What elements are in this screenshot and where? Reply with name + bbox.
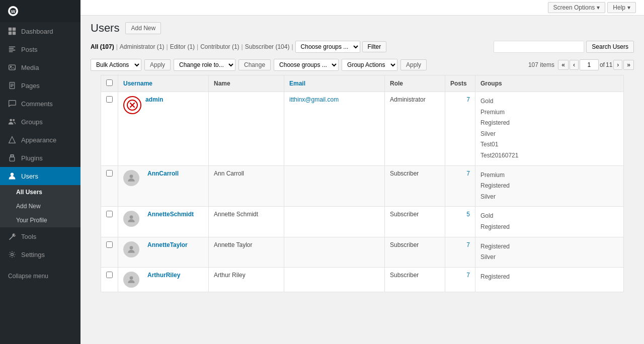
users-submenu: All Users Add New Your Profile [0,185,80,227]
username-link[interactable]: AnnCarroll [147,170,179,177]
svg-rect-5 [13,32,16,35]
page-of-label: of [600,61,605,68]
username-header[interactable]: Username [118,75,209,92]
filter-button[interactable]: Filter [362,41,387,52]
sidebar-item-plugins[interactable]: Plugins [0,149,80,167]
user-posts[interactable]: 7 [445,92,475,166]
user-posts[interactable]: 5 [445,207,475,237]
user-avatar [123,272,139,288]
sidebar-item-tools[interactable]: Tools [0,227,80,245]
plugins-icon [8,154,16,162]
user-name: Annette Schmidt [209,207,284,237]
page-number-input[interactable] [580,59,599,70]
posts-icon [8,45,16,53]
user-name: Arthur Riley [209,267,284,292]
sidebar-item-dashboard[interactable]: Dashboard [0,22,80,40]
user-posts[interactable]: 7 [445,237,475,267]
row-checkbox[interactable] [106,272,113,278]
user-groups: Registered [475,267,624,292]
settings-icon [8,250,16,259]
filter-editor[interactable]: Editor (1) [170,43,195,50]
group-tag: Silver [480,192,618,203]
change-role-button[interactable]: Change [238,59,271,70]
username-link[interactable]: admin [145,96,163,103]
svg-rect-3 [13,28,16,31]
post-count-link[interactable]: 7 [466,241,470,248]
sidebar-item-appearance[interactable]: Appearance [0,131,80,149]
group-apply-button[interactable]: Apply [400,59,427,70]
group-actions-select[interactable]: Group Actions [342,59,397,71]
svg-rect-15 [11,87,13,87]
post-count-link[interactable]: 7 [466,272,470,279]
row-checkbox[interactable] [106,241,113,248]
sidebar-item-label: Plugins [21,154,43,162]
main-content: Screen Options ▾ Help ▾ Users Add New Al… [80,0,644,344]
search-users-input[interactable] [494,41,584,53]
choose-groups-filter[interactable]: Choose groups ... [295,41,360,53]
svg-rect-7 [9,48,14,49]
group-tag: Registered [480,272,618,283]
submenu-add-new[interactable]: Add New [0,199,80,213]
search-users-button[interactable]: Search Users [586,41,634,53]
email-header[interactable]: Email [284,75,385,92]
email-link[interactable]: itthinx@gmail.com [289,96,339,103]
svg-rect-14 [11,85,14,85]
sidebar-item-groups[interactable]: Groups [0,113,80,131]
user-name: Annette Taylor [209,237,284,267]
change-role-select[interactable]: Change role to... [174,59,235,71]
submenu-all-users[interactable]: All Users [0,185,80,199]
filter-subscriber[interactable]: Subscriber (104) [245,43,290,50]
screen-options-label: Screen Options [553,4,595,11]
post-count-link[interactable]: 5 [466,211,470,218]
bulk-apply-button[interactable]: Apply [144,59,171,70]
post-count-link[interactable]: 7 [466,170,470,177]
select-all-header [101,75,118,92]
row-checkbox[interactable] [106,96,113,103]
group-tag: Registered [480,222,618,233]
bulk-actions-select[interactable]: Bulk Actions [91,59,141,71]
items-count: 107 items [528,61,554,68]
page-total: 11 [606,61,612,68]
svg-rect-18 [11,155,14,157]
svg-point-16 [10,119,12,121]
username-link[interactable]: ArthurRiley [147,272,180,279]
first-page-btn[interactable]: « [558,60,569,70]
help-btn[interactable]: Help ▾ [607,2,636,13]
prev-page-btn[interactable]: ‹ [570,60,579,70]
filter-contributor[interactable]: Contributor (1) [200,43,239,50]
select-all-checkbox[interactable] [106,79,113,86]
sidebar-item-media[interactable]: Media [0,58,80,76]
last-page-btn[interactable]: » [623,60,634,70]
help-label: Help [613,4,625,11]
sidebar-item-settings[interactable]: Settings [0,245,80,264]
pagination: 107 items « ‹ of 11 › » [528,59,634,70]
post-count-link[interactable]: 7 [466,96,470,103]
filter-all[interactable]: All (107) [91,43,114,50]
submenu-your-profile[interactable]: Your Profile [0,213,80,227]
username-link[interactable]: AnnetteTaylor [147,241,188,248]
user-posts[interactable]: 7 [445,267,475,292]
screen-options-btn[interactable]: Screen Options ▾ [548,2,606,13]
user-posts[interactable]: 7 [445,165,475,207]
filter-administrator[interactable]: Administrator (1) [120,43,165,50]
svg-rect-13 [11,84,14,84]
sidebar-item-users[interactable]: Users [0,167,80,185]
sidebar-item-pages[interactable]: Pages [0,76,80,95]
sidebar-item-posts[interactable]: Posts [0,40,80,58]
user-email[interactable]: itthinx@gmail.com [284,92,385,166]
svg-rect-10 [9,65,16,70]
add-new-button[interactable]: Add New [125,22,161,34]
svg-point-11 [10,66,12,67]
choose-groups-action-select[interactable]: Choose groups ... [274,59,339,71]
row-checkbox[interactable] [106,170,113,177]
sidebar-item-comments[interactable]: Comments [0,95,80,113]
next-page-btn[interactable]: › [613,60,622,70]
row-checkbox[interactable] [106,211,113,217]
username-link[interactable]: AnnetteSchmidt [147,211,194,218]
group-tag: Premium [480,170,618,181]
user-name: Ann Carroll [209,165,284,207]
user-avatar [123,170,139,186]
sidebar-item-label: Pages [21,82,40,90]
user-role: Subscriber [385,207,445,237]
collapse-menu-btn[interactable]: Collapse menu [0,268,80,285]
